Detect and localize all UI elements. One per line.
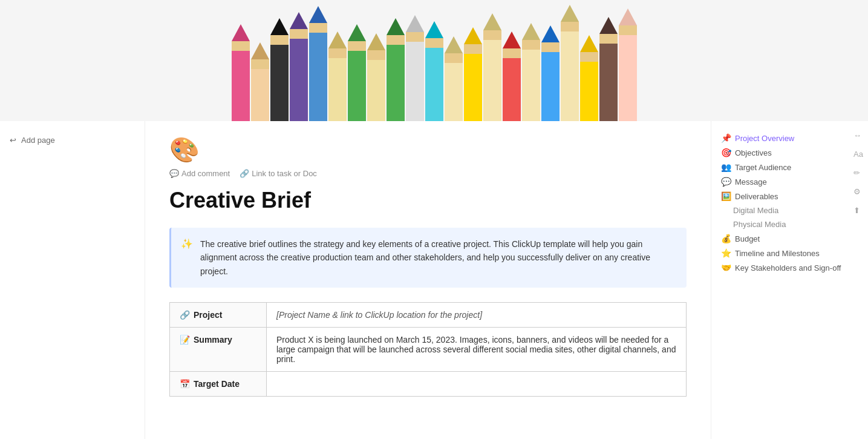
share-icon[interactable]: ⬆ [853, 206, 863, 215]
add-page-label: Add page [21, 136, 55, 145]
pencil [270, 18, 289, 121]
table-row: 📝SummaryProduct X is being launched on M… [170, 328, 687, 372]
pencil-tip [561, 5, 579, 22]
pencil-wood [445, 53, 463, 63]
table-value-cell [267, 372, 687, 397]
pencil-wood [387, 35, 405, 45]
pencil-tip [580, 35, 598, 52]
pencil-body [503, 58, 521, 121]
pencil-wood [503, 48, 521, 58]
page-title: Creative Brief [169, 188, 687, 213]
pencil-body [464, 54, 482, 121]
toc-item[interactable]: 🎯Objectives [721, 145, 858, 160]
pencil-body [561, 31, 579, 121]
toc-label: Target Audience [735, 163, 791, 172]
pencil-tip [290, 12, 308, 29]
pencil-body [541, 52, 560, 121]
pencil-body [406, 42, 424, 121]
toc-emoji: 👥 [721, 162, 731, 172]
toc-item[interactable]: 💬Message [721, 174, 858, 189]
toolbar: 💬 Add comment 🔗 Link to task or Doc [169, 169, 687, 178]
table-row: 📅Target Date [170, 372, 687, 397]
pencil-wood [483, 30, 501, 40]
toc-label: Project Overview [735, 134, 794, 143]
pencil-wood [522, 40, 540, 50]
right-sidebar: 📌Project Overview🎯Objectives👥Target Audi… [711, 121, 868, 439]
pencil [483, 13, 501, 121]
link-icon: 🔗 [240, 169, 249, 178]
pencil-wood [367, 50, 385, 60]
pencil-body [425, 48, 443, 121]
pencil-wood [232, 41, 250, 51]
pencil-body [619, 35, 637, 121]
pencil-tip [251, 42, 269, 59]
toc-emoji: 💰 [721, 234, 731, 243]
toc-item[interactable]: 🤝Key Stakeholders and Sign-off [721, 260, 858, 275]
pencil-wood [561, 22, 579, 31]
pencil [348, 24, 366, 121]
toc-emoji: ⭐ [721, 248, 731, 258]
callout-box: ✨ The creative brief outlines the strate… [169, 228, 687, 288]
pencil-body [251, 69, 269, 121]
hero-banner [0, 0, 868, 121]
pencil [387, 18, 405, 121]
left-sidebar: ↩ Add page [0, 121, 145, 439]
toc-item[interactable]: 👥Target Audience [721, 160, 858, 174]
pencil-body [483, 40, 501, 121]
pencil-tip [406, 15, 424, 32]
toc-sub-item[interactable]: Digital Media [721, 203, 858, 217]
page-icon: 🎨 [169, 136, 687, 164]
pencil-tip [445, 36, 463, 53]
toc-label: Objectives [735, 148, 772, 157]
toc-item[interactable]: 💰Budget [721, 231, 858, 246]
pencil-body [387, 45, 405, 121]
pencil-tip [464, 27, 482, 44]
table-row: 🔗Project[Project Name & link to ClickUp … [170, 303, 687, 328]
collapse-icon[interactable]: ↔ [853, 131, 863, 140]
pencil-tip [483, 13, 501, 30]
pencil-tip [619, 8, 637, 25]
pencil-tip [522, 23, 540, 40]
pencil-tip [270, 18, 289, 35]
info-table: 🔗Project[Project Name & link to ClickUp … [169, 302, 687, 397]
toc-item[interactable]: 🖼️Deliverables [721, 189, 858, 203]
pencil-body [580, 62, 598, 121]
table-label-cell: 📝Summary [170, 328, 267, 372]
main-content: 🎨 💬 Add comment 🔗 Link to task or Doc Cr… [145, 121, 711, 439]
pencil [599, 17, 618, 121]
pencil [425, 21, 443, 121]
toc-item[interactable]: 📌Project Overview [721, 131, 858, 145]
callout-text: The creative brief outlines the strategy… [200, 237, 677, 278]
edit-icon[interactable]: ✏ [853, 168, 863, 177]
pencil-body [328, 58, 347, 121]
pencil [367, 33, 385, 121]
toc-emoji: 📌 [721, 133, 731, 143]
pencil-wood [619, 25, 637, 35]
toc-item[interactable]: ⭐Timeline and Milestones [721, 246, 858, 260]
pencil [232, 24, 250, 121]
toc-label: Physical Media [733, 220, 786, 229]
toc-label: Digital Media [733, 206, 778, 215]
pencil [522, 23, 540, 121]
toc-label: Budget [735, 234, 760, 243]
toc-label: Deliverables [735, 192, 778, 201]
add-comment-button[interactable]: 💬 Add comment [169, 169, 230, 178]
pencil-body [445, 63, 463, 121]
add-page-icon: ↩ [10, 136, 16, 145]
pencil [561, 5, 579, 121]
pencils-illustration [0, 0, 868, 121]
pencil-wood [580, 52, 598, 62]
font-icon[interactable]: Aa [853, 150, 863, 159]
comment-label: Add comment [181, 169, 230, 178]
toc-label: Timeline and Milestones [735, 249, 820, 258]
pencil [290, 12, 308, 121]
pencil-wood [406, 32, 424, 42]
link-to-task-button[interactable]: 🔗 Link to task or Doc [240, 169, 317, 178]
toc-emoji: 🤝 [721, 263, 731, 272]
add-page-button[interactable]: ↩ Add page [10, 133, 135, 147]
pencil [503, 31, 521, 121]
settings-icon[interactable]: ⚙ [853, 187, 863, 196]
pencil-tip [425, 21, 443, 38]
toc-sub-item[interactable]: Physical Media [721, 217, 858, 231]
pencil-tip [367, 33, 385, 50]
